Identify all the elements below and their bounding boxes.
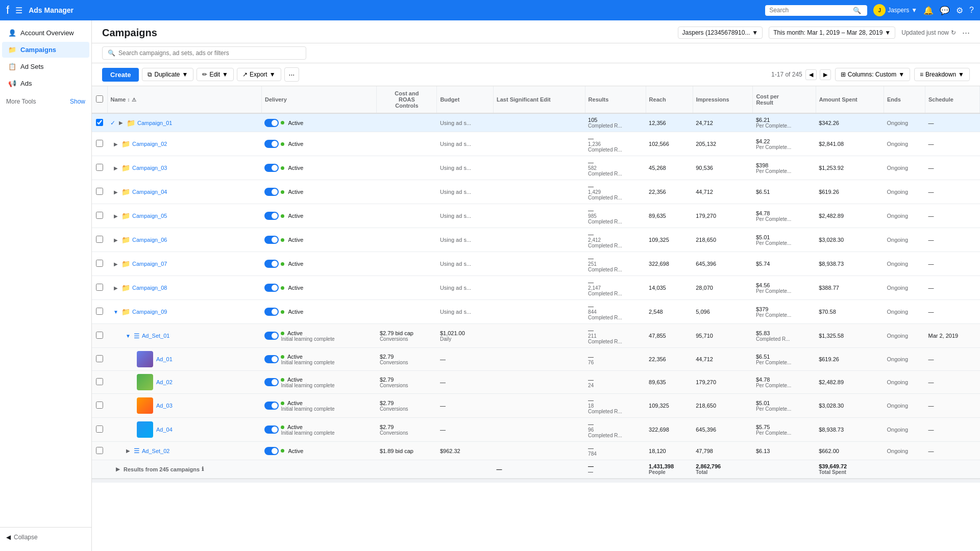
breakdown-label: Breakdown xyxy=(925,71,956,78)
delivery-toggle[interactable] xyxy=(264,164,279,172)
search-campaigns-input[interactable] xyxy=(118,49,301,57)
delivery-toggle[interactable] xyxy=(264,308,279,316)
row-checkbox[interactable] xyxy=(96,402,103,409)
breakdown-button[interactable]: ≡ Breakdown ▼ xyxy=(914,68,970,81)
sidebar-item-ads[interactable]: 📢 Ads xyxy=(2,76,89,91)
ad-set-name-link[interactable]: Ad_Set_02 xyxy=(142,448,169,454)
search-input[interactable] xyxy=(769,7,851,14)
ad-name-link[interactable]: Ad_03 xyxy=(156,403,173,409)
create-button[interactable]: Create xyxy=(102,68,139,82)
columns-button[interactable]: ⊞ Columns: Custom ▼ xyxy=(835,68,910,81)
delivery-toggle[interactable] xyxy=(264,188,279,196)
row-checkbox[interactable] xyxy=(96,260,103,267)
campaign-name-link[interactable]: Campaign_05 xyxy=(132,213,167,219)
impressions-label: Total xyxy=(696,469,750,475)
sidebar-item-account-overview[interactable]: 👤 Account Overview xyxy=(2,25,89,41)
results-dash: — xyxy=(588,159,643,165)
date-selector[interactable]: This month: Mar 1, 2019 – Mar 28, 2019 ▼ xyxy=(769,27,895,39)
delivery-toggle[interactable] xyxy=(264,355,279,363)
row-checkbox[interactable] xyxy=(96,308,103,315)
delivery-toggle[interactable] xyxy=(264,236,279,244)
delivery-toggle[interactable] xyxy=(264,332,279,340)
delivery-toggle[interactable] xyxy=(264,119,279,127)
prev-page-button[interactable]: ◀ xyxy=(805,69,817,80)
row-checkbox[interactable] xyxy=(96,188,103,195)
row-checkbox[interactable] xyxy=(96,212,103,219)
row-checkbox[interactable] xyxy=(96,284,103,291)
row-checkbox[interactable] xyxy=(96,119,103,126)
expand-icon[interactable]: ▶ xyxy=(112,141,119,147)
expand-icon[interactable]: ▶ xyxy=(112,165,119,171)
expand-icon[interactable]: ▶ xyxy=(112,285,119,291)
campaign-name-link[interactable]: Campaign_06 xyxy=(132,237,167,243)
row-checkbox[interactable] xyxy=(96,164,103,171)
ad-set-name-link[interactable]: Ad_Set_01 xyxy=(142,333,169,339)
ad-name-link[interactable]: Ad_02 xyxy=(156,379,173,385)
sidebar-item-ad-sets[interactable]: 📋 Ad Sets xyxy=(2,59,89,74)
row-checkbox[interactable] xyxy=(96,355,103,362)
duplicate-button[interactable]: ⧉ Duplicate ▼ xyxy=(142,68,193,81)
name-header[interactable]: Name ↕ ⚠ xyxy=(107,86,261,113)
delivery-toggle[interactable] xyxy=(264,140,279,148)
campaign-name-link[interactable]: Campaign_09 xyxy=(132,309,167,315)
expand-icon[interactable]: ▶ xyxy=(125,448,132,454)
ad-name-link[interactable]: Ad_04 xyxy=(156,427,173,433)
row-checkbox[interactable] xyxy=(96,425,103,433)
row-checkbox[interactable] xyxy=(96,447,103,454)
expand-icon[interactable]: ▶ xyxy=(112,237,119,243)
campaign-name-link[interactable]: Campaign_04 xyxy=(132,189,167,195)
campaign-name-link[interactable]: Campaign_07 xyxy=(132,261,167,267)
export-button[interactable]: ↗ Export ▼ xyxy=(237,68,281,81)
header-controls: Jaspers (12345678910... ▼ This month: Ma… xyxy=(678,27,970,39)
delivery-toggle[interactable] xyxy=(264,284,279,292)
impressions-value: 95,710 xyxy=(693,324,753,348)
menu-icon[interactable]: ☰ xyxy=(15,6,22,15)
expand-icon[interactable]: ▶ xyxy=(112,213,119,219)
settings-icon[interactable]: ⚙ xyxy=(956,6,963,15)
reach-value: 2,548 xyxy=(646,300,693,324)
refresh-icon[interactable]: ↻ xyxy=(951,29,956,36)
help-icon[interactable]: ? xyxy=(969,6,974,15)
messages-icon[interactable]: 💬 xyxy=(940,6,950,15)
budget-value: Using ad s... xyxy=(440,261,471,267)
edit-button[interactable]: ✏ Edit ▼ xyxy=(197,68,234,81)
schedule-value: — xyxy=(925,442,980,460)
delivery-toggle[interactable] xyxy=(264,260,279,268)
sidebar-item-campaigns[interactable]: 📁 Campaigns xyxy=(2,42,89,58)
expand-icon[interactable]: ▼ xyxy=(125,333,132,339)
ad-name-link[interactable]: Ad_01 xyxy=(156,356,173,362)
row-checkbox[interactable] xyxy=(96,332,103,339)
row-checkbox[interactable] xyxy=(96,378,103,385)
status-dot xyxy=(281,166,284,170)
ads-icon: 📢 xyxy=(8,80,16,87)
expand-icon[interactable]: ▶ xyxy=(114,466,121,472)
campaign-name-link[interactable]: Campaign_08 xyxy=(132,285,167,291)
more-actions-button[interactable]: ··· xyxy=(284,67,300,82)
impressions-value: 645,396 xyxy=(693,252,753,276)
delivery-toggle[interactable] xyxy=(264,378,279,386)
user-profile[interactable]: J Jaspers ▼ xyxy=(873,4,917,16)
expand-icon[interactable]: ▶ xyxy=(117,120,125,126)
expand-icon[interactable]: ▶ xyxy=(112,189,119,195)
next-page-button[interactable]: ▶ xyxy=(820,69,831,80)
delivery-toggle[interactable] xyxy=(264,212,279,220)
delivery-toggle[interactable] xyxy=(264,447,279,455)
ends-value: Ongoing xyxy=(884,113,925,132)
row-checkbox[interactable] xyxy=(96,236,103,243)
show-link[interactable]: Show xyxy=(70,98,85,105)
reach-value: 47,855 xyxy=(646,324,693,348)
campaign-name-link[interactable]: Campaign_01 xyxy=(137,120,173,126)
more-options-icon[interactable]: ··· xyxy=(962,28,970,38)
collapse-button[interactable]: ◀ Collapse xyxy=(0,527,91,547)
select-all-checkbox[interactable] xyxy=(96,95,103,103)
campaign-name-link[interactable]: Campaign_03 xyxy=(132,165,167,171)
campaign-name-link[interactable]: Campaign_02 xyxy=(132,141,167,147)
delivery-toggle[interactable] xyxy=(264,402,279,410)
row-checkbox[interactable] xyxy=(96,140,103,147)
account-selector[interactable]: Jaspers (12345678910... ▼ xyxy=(678,27,763,39)
expand-icon[interactable]: ▶ xyxy=(112,261,119,267)
horizontal-scrollbar[interactable] xyxy=(92,479,980,483)
expand-icon[interactable]: ▼ xyxy=(112,309,119,315)
notifications-icon[interactable]: 🔔 xyxy=(923,6,934,15)
delivery-toggle[interactable] xyxy=(264,425,279,434)
